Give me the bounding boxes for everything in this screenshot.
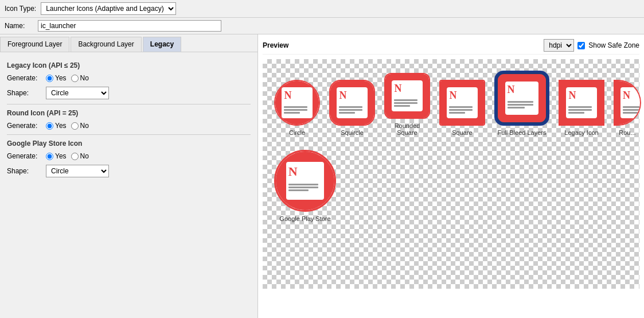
icon-item-rounded-square: N Rounded Square	[384, 73, 430, 136]
icon-item-google-play: N Google Play Store	[274, 150, 336, 222]
square-icon-shape: N	[439, 80, 485, 126]
density-select[interactable]: hdpi	[544, 39, 574, 52]
round-yes-radio[interactable]: Yes	[46, 122, 67, 130]
preview-header: Preview hdpi Show Safe Zone	[263, 39, 639, 55]
circle-label: Circle	[289, 129, 305, 136]
tabs-container: Foreground Layer Background Layer Legacy	[0, 34, 257, 52]
icon-type-label: Icon Type:	[5, 5, 36, 13]
round-icon-shape: N	[614, 80, 641, 126]
name-label: Name:	[5, 22, 33, 30]
round-section-title: Round Icon (API = 25)	[7, 109, 251, 117]
google-play-label: Google Play Store	[279, 215, 330, 222]
legacy-yes-radio[interactable]: Yes	[46, 74, 67, 82]
google-play-generate-label: Generate:	[7, 152, 41, 160]
google-play-section-title: Google Play Store Icon	[7, 139, 251, 148]
full-bleed-icon-shape: N	[496, 72, 548, 124]
legacy-generate-row: Generate: Yes No	[7, 74, 251, 82]
circle-icon-shape: N	[274, 80, 320, 126]
legacy-label: Legacy Icon	[564, 129, 598, 136]
google-play-no-radio[interactable]: No	[71, 152, 89, 160]
icon-item-round: N Rou...	[614, 80, 641, 136]
round-label: Rou...	[619, 129, 635, 136]
google-play-generate-radio-group: Yes No	[46, 152, 89, 160]
left-content: Legacy Icon (API ≤ 25) Generate: Yes No …	[0, 52, 257, 318]
icon-item-squircle: N Squircle	[329, 80, 375, 136]
rounded-square-icon-shape: N	[384, 73, 430, 119]
round-generate-label: Generate:	[7, 122, 41, 130]
legacy-section-title: Legacy Icon (API ≤ 25)	[7, 61, 251, 69]
squircle-label: Squircle	[341, 129, 364, 136]
rounded-square-label: Rounded Square	[384, 122, 430, 136]
safe-zone-label: Show Safe Zone	[588, 41, 639, 49]
left-panel: Foreground Layer Background Layer Legacy…	[0, 34, 258, 318]
safe-zone-checkbox[interactable]	[577, 42, 585, 49]
icon-type-bar: Icon Type: Launcher Icons (Adaptive and …	[0, 0, 644, 18]
legacy-generate-radio-group: Yes No	[46, 74, 89, 82]
legacy-no-radio[interactable]: No	[71, 74, 89, 82]
icon-item-legacy: N Legacy Icon	[559, 80, 604, 136]
round-generate-row: Generate: Yes No	[7, 122, 251, 130]
icons-row-1: N Circle	[274, 71, 628, 136]
round-no-radio[interactable]: No	[71, 122, 89, 130]
legacy-shape-label: Shape:	[7, 89, 41, 97]
google-play-shape-select[interactable]: Circle	[46, 165, 109, 177]
google-play-shape-row: Shape: Circle	[7, 165, 251, 177]
google-play-shape-label: Shape:	[7, 167, 41, 175]
squircle-icon-shape: N	[329, 80, 375, 126]
full-bleed-label: Full Bleed Layers	[498, 129, 547, 136]
legacy-shape-select[interactable]: Circle	[46, 87, 109, 99]
name-input[interactable]	[38, 20, 221, 32]
legacy-icon-shape: N	[559, 80, 604, 126]
preview-controls: hdpi Show Safe Zone	[544, 39, 639, 52]
right-panel: Preview hdpi Show Safe Zone N	[258, 34, 644, 318]
google-play-yes-radio[interactable]: Yes	[46, 152, 67, 160]
icon-item-full-bleed: N Full Bleed Layers	[494, 71, 549, 136]
legacy-generate-label: Generate:	[7, 74, 41, 82]
checkerboard-area: N Circle	[263, 59, 639, 289]
preview-label: Preview	[263, 41, 288, 49]
name-row: Name:	[0, 18, 644, 34]
icon-item-circle: N Circle	[274, 80, 320, 136]
tab-foreground[interactable]: Foreground Layer	[0, 37, 69, 52]
square-label: Square	[452, 129, 472, 136]
google-play-generate-row: Generate: Yes No	[7, 152, 251, 160]
legacy-shape-row: Shape: Circle	[7, 87, 251, 99]
google-play-icon-shape: N	[274, 150, 336, 212]
round-generate-radio-group: Yes No	[46, 122, 89, 130]
tab-background[interactable]: Background Layer	[71, 37, 141, 52]
main-layout: Foreground Layer Background Layer Legacy…	[0, 34, 644, 318]
icons-row-2: N Google Play Store	[274, 150, 628, 222]
icon-item-square: N Square	[439, 80, 485, 136]
icon-type-select[interactable]: Launcher Icons (Adaptive and Legacy)	[41, 2, 176, 15]
tab-legacy[interactable]: Legacy	[143, 37, 181, 52]
